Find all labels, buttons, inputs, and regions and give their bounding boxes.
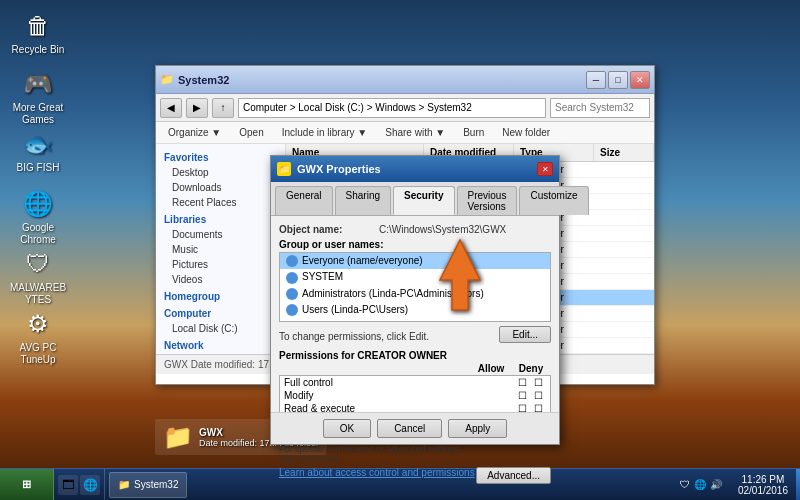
- dialog-titlebar: 📁 GWX Properties ✕: [271, 156, 559, 182]
- edit-btn-row: To change permissions, click Edit. Edit.…: [279, 326, 551, 347]
- recycle-bin-label: Recycle Bin: [8, 44, 68, 56]
- tray-icon-network[interactable]: 🌐: [694, 479, 706, 490]
- system-clock[interactable]: 11:26 PM 02/01/2016: [730, 474, 796, 496]
- tab-general[interactable]: General: [275, 186, 333, 215]
- sidebar-item-localdisk[interactable]: Local Disk (C:): [156, 321, 285, 336]
- user-item-users[interactable]: Users (Linda-PC\Users): [280, 302, 550, 318]
- gwx-folder-image: 📁: [163, 423, 193, 451]
- sidebar-item-documents[interactable]: Documents: [156, 227, 285, 242]
- games-icon: 🎮: [22, 68, 54, 100]
- sidebar-item-music[interactable]: Music: [156, 242, 285, 257]
- allow-check: ☐: [514, 390, 530, 401]
- allow-header: Allow: [471, 363, 511, 374]
- tab-sharing[interactable]: Sharing: [335, 186, 391, 215]
- start-button[interactable]: ⊞: [0, 469, 54, 501]
- tab-security[interactable]: Security: [393, 186, 454, 215]
- back-button[interactable]: ◀: [160, 98, 182, 118]
- desktop-icon-malwarebytes[interactable]: 🛡 MALWAREBYTES: [8, 248, 68, 306]
- ie-icon[interactable]: 🌐: [80, 475, 100, 495]
- user-item-administrators[interactable]: Administrators (Linda-PC\Administrators): [280, 286, 550, 302]
- bigfish-icon: 🐟: [22, 128, 54, 160]
- tab-customize[interactable]: Customize: [519, 186, 588, 215]
- edit-button[interactable]: Edit...: [499, 326, 551, 343]
- user-item-system[interactable]: SYSTEM: [280, 269, 550, 285]
- allow-col-label: [279, 363, 471, 374]
- clock-time: 11:26 PM: [738, 474, 788, 485]
- sidebar-item-downloads[interactable]: Downloads: [156, 180, 285, 195]
- search-input[interactable]: [550, 98, 650, 118]
- dialog-controls: ✕: [537, 162, 553, 176]
- explorer-title-icon: 📁: [160, 73, 174, 86]
- malwarebytes-icon: 🛡: [22, 248, 54, 280]
- forward-button[interactable]: ▶: [186, 98, 208, 118]
- sidebar-computer-header[interactable]: Computer: [156, 304, 285, 321]
- group-users-label: Group or user names:: [279, 239, 551, 250]
- malwarebytes-label: MALWAREBYTES: [8, 282, 68, 306]
- open-menu[interactable]: Open: [231, 125, 271, 140]
- explorer-title: System32: [178, 74, 586, 86]
- minimize-button[interactable]: ─: [586, 71, 606, 89]
- allow-check: ☐: [514, 377, 530, 388]
- taskbar-item-icon: 📁: [118, 479, 130, 490]
- user-icon: [286, 272, 298, 284]
- sidebar-libraries-header[interactable]: Libraries: [156, 210, 285, 227]
- close-button[interactable]: ✕: [630, 71, 650, 89]
- up-button[interactable]: ↑: [212, 98, 234, 118]
- dialog-title-text: GWX Properties: [297, 163, 537, 175]
- cancel-button[interactable]: Cancel: [377, 419, 442, 438]
- taskbar-item-explorer[interactable]: 📁 System32: [109, 472, 187, 498]
- dialog-title-icon: 📁: [277, 162, 291, 176]
- deny-check: ☐: [530, 377, 546, 388]
- tab-previous-versions[interactable]: Previous Versions: [457, 186, 518, 215]
- perm-row-modify[interactable]: Modify ☐ ☐: [280, 389, 550, 402]
- user-icon: [286, 288, 298, 300]
- object-name-value: C:\Windows\System32\GWX: [379, 224, 551, 235]
- desktop-icon-avg[interactable]: ⚙ AVG PC TuneUp: [8, 308, 68, 366]
- explorer-toolbar: ◀ ▶ ↑ Computer > Local Disk (C:) > Windo…: [156, 94, 654, 122]
- sidebar-item-recent[interactable]: Recent Places: [156, 195, 285, 210]
- perm-name: Full control: [284, 377, 514, 388]
- col-size[interactable]: Size: [594, 144, 654, 161]
- desktop-icon-games[interactable]: 🎮 More Great Games: [8, 68, 68, 126]
- share-menu[interactable]: Share with ▼: [377, 125, 453, 140]
- sidebar-network-header[interactable]: Network: [156, 336, 285, 353]
- sidebar-homegroup-header[interactable]: Homegroup: [156, 287, 285, 304]
- sidebar-item-desktop[interactable]: Desktop: [156, 165, 285, 180]
- desktop-icon-chrome[interactable]: 🌐 Google Chrome: [8, 188, 68, 246]
- ok-button[interactable]: OK: [323, 419, 371, 438]
- sidebar-item-videos[interactable]: Videos: [156, 272, 285, 287]
- tray-icon-volume[interactable]: 🔊: [710, 479, 722, 490]
- show-desktop-button[interactable]: 🗔: [58, 475, 78, 495]
- new-folder-menu[interactable]: New folder: [494, 125, 558, 140]
- show-desktop-strip[interactable]: [796, 469, 800, 501]
- status-text: GWX Date modified: 17...: [164, 359, 277, 370]
- sidebar-favorites-header[interactable]: Favorites: [156, 148, 285, 165]
- dialog-tabs: General Sharing Security Previous Versio…: [271, 182, 559, 216]
- object-name-row: Object name: C:\Windows\System32\GWX: [279, 224, 551, 235]
- maximize-button[interactable]: □: [608, 71, 628, 89]
- dialog-close-button[interactable]: ✕: [537, 162, 553, 176]
- user-item-everyone[interactable]: Everyone (name/everyone): [280, 253, 550, 269]
- desktop: 🗑 Recycle Bin 🎮 More Great Games 🐟 BIG F…: [0, 0, 800, 500]
- perm-header: Allow Deny: [279, 363, 551, 374]
- desktop-icon-bigfish[interactable]: 🐟 BIG FISH: [8, 128, 68, 174]
- deny-check: ☐: [530, 390, 546, 401]
- advanced-button[interactable]: Advanced...: [476, 467, 551, 484]
- perm-row-fullcontrol[interactable]: Full control ☐ ☐: [280, 376, 550, 389]
- explorer-sidebar: Favorites Desktop Downloads Recent Place…: [156, 144, 286, 354]
- sidebar-item-pictures[interactable]: Pictures: [156, 257, 285, 272]
- change-permissions-label: To change permissions, click Edit.: [279, 331, 429, 342]
- object-name-label: Object name:: [279, 224, 379, 235]
- dialog-footer: OK Cancel Apply: [271, 412, 559, 444]
- chrome-label: Google Chrome: [8, 222, 68, 246]
- burn-menu[interactable]: Burn: [455, 125, 492, 140]
- apply-button[interactable]: Apply: [448, 419, 507, 438]
- user-icon: [286, 255, 298, 267]
- tray-icon-avast[interactable]: 🛡: [680, 479, 690, 490]
- desktop-icon-recycle-bin[interactable]: 🗑 Recycle Bin: [8, 10, 68, 56]
- quick-launch-bar: 🗔 🌐: [54, 469, 105, 500]
- address-bar[interactable]: Computer > Local Disk (C:) > Windows > S…: [238, 98, 546, 118]
- organize-menu[interactable]: Organize ▼: [160, 125, 229, 140]
- explorer-menu: Organize ▼ Open Include in library ▼ Sha…: [156, 122, 654, 144]
- include-library-menu[interactable]: Include in library ▼: [274, 125, 376, 140]
